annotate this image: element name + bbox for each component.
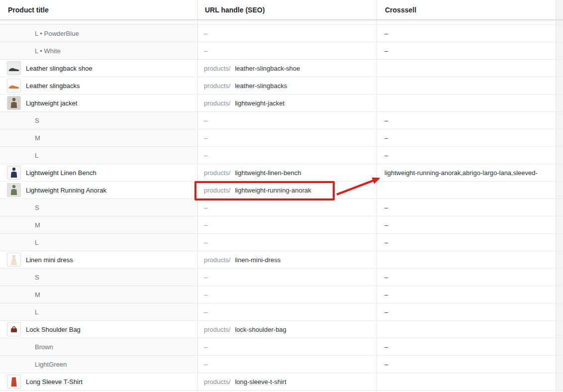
page-gutter [556, 356, 563, 373]
crosssell-cell[interactable]: – [377, 216, 556, 233]
product-title-text: L [35, 239, 38, 246]
url-handle-cell[interactable]: – [198, 234, 377, 251]
crosssell-cell[interactable]: lightweight-running-anorak,abrigo-largo-… [377, 164, 556, 181]
page-gutter [556, 373, 563, 390]
product-title-cell: M [0, 216, 198, 233]
page-gutter [556, 42, 563, 59]
crosssell-text: – [384, 308, 388, 316]
product-title-cell: L • White [0, 42, 198, 59]
url-handle-cell[interactable]: products/ lightweight-running-anorak [198, 182, 377, 198]
url-handle-cell[interactable]: products/ lock-shoulder-bag [198, 321, 377, 338]
product-title-text: L • White [35, 47, 61, 55]
url-prefix-text: products/ [204, 256, 230, 264]
table-row: M – – [0, 216, 563, 234]
page-gutter [556, 20, 563, 24]
product-title-cell: Lightweight jacket [0, 95, 198, 111]
url-handle-cell[interactable]: products/ leather-slingback-shoe [198, 60, 377, 77]
table-row: S – – [0, 199, 563, 216]
table-row: L – – [0, 234, 563, 251]
crosssell-cell[interactable] [377, 60, 556, 77]
lightweight-running-anorak-thumbnail [7, 183, 21, 197]
url-handle-cell[interactable]: – [198, 147, 377, 164]
crosssell-cell[interactable]: – [377, 356, 556, 373]
url-handle-cell[interactable]: – [198, 25, 377, 42]
crosssell-cell[interactable] [377, 182, 556, 198]
product-title-text: L • PowderBlue [35, 30, 79, 37]
product-title-cell: Leather slingbacks [0, 77, 198, 94]
url-handle-text: leather-slingbacks [235, 82, 287, 90]
url-handle-cell[interactable]: – [198, 42, 377, 59]
page-gutter [556, 251, 563, 268]
table-row: L – – [0, 147, 563, 164]
column-header-product-title: Product title [0, 0, 198, 19]
crosssell-cell[interactable] [377, 321, 556, 338]
crosssell-text: – [384, 239, 388, 246]
crosssell-cell[interactable] [377, 251, 556, 268]
crosssell-cell[interactable]: – [377, 112, 556, 129]
page-gutter [556, 77, 563, 94]
crosssell-cell [377, 20, 556, 24]
crosssell-cell[interactable] [377, 77, 556, 94]
url-handle-cell[interactable]: – [198, 286, 377, 303]
url-handle-cell[interactable]: – [198, 356, 377, 373]
table-row: Lightweight jacket products/ lightweight… [0, 95, 563, 112]
url-handle-text: – [204, 47, 207, 55]
page-gutter [556, 60, 563, 77]
crosssell-text: – [384, 152, 388, 159]
url-handle-text: – [204, 239, 207, 246]
product-title-cell: S [0, 199, 198, 216]
product-title-text: Lock Shoulder Bag [26, 326, 81, 333]
table-row: Long Sleeve T-Shirt products/ long-sleev… [0, 373, 563, 391]
crosssell-cell[interactable]: – [377, 199, 556, 216]
product-title-cell: M [0, 129, 198, 146]
crosssell-cell[interactable] [377, 95, 556, 111]
crosssell-cell[interactable]: – [377, 269, 556, 286]
url-handle-cell[interactable]: – [198, 129, 377, 146]
url-handle-cell[interactable]: – [198, 338, 377, 355]
product-title-text: M [35, 221, 40, 229]
crosssell-cell[interactable]: – [377, 25, 556, 42]
product-title-text: Lightweight jacket [26, 99, 77, 107]
table-row: Leather slingback shoe products/ leather… [0, 60, 563, 77]
url-handle-text: leather-slingback-shoe [235, 65, 300, 72]
url-handle-cell[interactable]: products/ lightweight-jacket [198, 95, 377, 111]
crosssell-cell[interactable]: – [377, 303, 556, 320]
table-row: Brown – – [0, 338, 563, 356]
product-title-text: M [35, 134, 40, 142]
crosssell-cell[interactable] [377, 373, 556, 390]
lock-shoulder-bag-thumbnail [7, 322, 21, 336]
crosssell-cell[interactable]: – [377, 234, 556, 251]
page-gutter [556, 216, 563, 233]
url-handle-text: – [204, 204, 207, 211]
page-gutter [556, 0, 563, 19]
product-title-text: L [35, 152, 38, 159]
url-handle-cell[interactable]: products/ lightweight-linen-bench [198, 164, 377, 181]
crosssell-text: – [384, 117, 388, 124]
product-title-text: S [35, 204, 39, 211]
crosssell-cell[interactable]: – [377, 147, 556, 164]
product-title-text: Lightweight Running Anorak [26, 187, 106, 194]
table-row: L • PowderBlue – – [0, 25, 563, 42]
crosssell-cell[interactable]: – [377, 286, 556, 303]
url-handle-cell[interactable]: – [198, 216, 377, 233]
url-handle-cell[interactable]: products/ long-sleeve-t-shirt [198, 373, 377, 390]
product-title-cell: Lock Shoulder Bag [0, 321, 198, 338]
product-title-cell: Lightweight Running Anorak [0, 182, 198, 198]
crosssell-text: – [384, 343, 388, 351]
crosssell-cell[interactable]: – [377, 42, 556, 59]
url-handle-cell[interactable]: products/ linen-mini-dress [198, 251, 377, 268]
url-handle-cell[interactable]: – [198, 269, 377, 286]
table-row: Lightweight Linen Bench products/ lightw… [0, 164, 563, 182]
url-prefix-text: products/ [204, 326, 230, 333]
url-handle-cell[interactable]: products/ leather-slingbacks [198, 77, 377, 94]
crosssell-cell[interactable]: – [377, 129, 556, 146]
url-handle-cell[interactable]: – [198, 199, 377, 216]
crosssell-cell[interactable]: – [377, 338, 556, 355]
url-handle-cell[interactable]: – [198, 303, 377, 320]
product-title-text: S [35, 274, 39, 281]
product-title-cell: L [0, 147, 198, 164]
page-gutter [556, 25, 563, 42]
page-gutter [556, 303, 563, 320]
product-title-cell: Long Sleeve T-Shirt [0, 373, 198, 390]
url-handle-cell[interactable]: – [198, 112, 377, 129]
